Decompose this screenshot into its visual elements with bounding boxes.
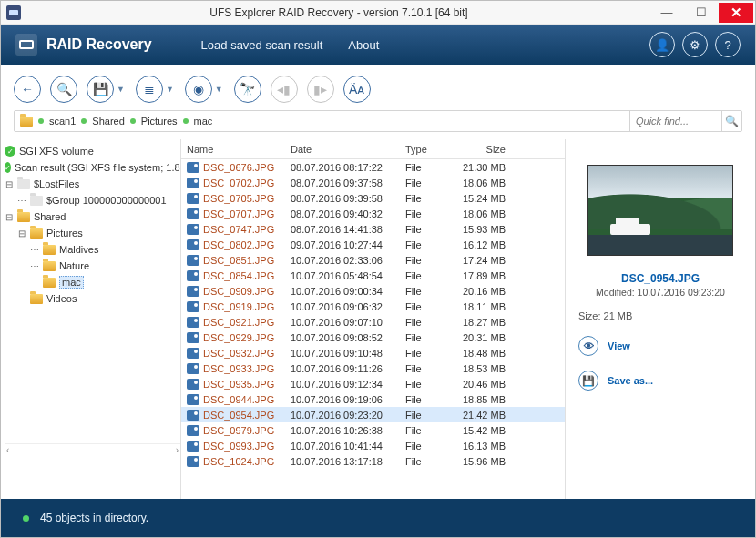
- file-row[interactable]: DSC_0851.JPG10.07.2016 02:33:06File17.24…: [181, 252, 565, 268]
- preview-thumbnail[interactable]: [587, 165, 733, 256]
- find-next-button[interactable]: ▮▸: [307, 76, 334, 103]
- case-toggle-button[interactable]: Äᴀ: [343, 76, 371, 103]
- file-row[interactable]: DSC_0933.JPG10.07.2016 09:11:26File18.53…: [181, 360, 565, 376]
- tree-scan-result[interactable]: ✓ Scan result (SGI XFS file system; 1.85…: [5, 159, 180, 176]
- file-row[interactable]: DSC_0944.JPG10.07.2016 09:19:06File18.85…: [181, 391, 565, 407]
- file-size: 17.24 MB: [460, 255, 513, 266]
- image-file-icon: [187, 162, 199, 173]
- file-date: 10.07.2016 09:07:10: [291, 317, 405, 328]
- breadcrumb-item[interactable]: Shared: [92, 116, 124, 127]
- tree-pictures[interactable]: ⊟ Pictures: [5, 225, 180, 241]
- file-row[interactable]: DSC_1024.JPG10.07.2016 13:17:18File15.96…: [181, 453, 565, 469]
- tree-maldives[interactable]: ⋯ Maldives: [5, 241, 180, 258]
- file-type: File: [405, 208, 460, 219]
- quick-find-button[interactable]: 🔍: [721, 111, 741, 131]
- save-icon: 💾: [578, 371, 598, 391]
- file-row[interactable]: DSC_0993.JPG10.07.2016 10:41:44File16.13…: [181, 438, 565, 453]
- gear-icon[interactable]: ⚙: [682, 32, 708, 57]
- column-size[interactable]: Size: [460, 144, 513, 155]
- titlebar: UFS Explorer RAID Recovery - version 7.1…: [1, 1, 755, 25]
- file-row[interactable]: DSC_0929.JPG10.07.2016 09:08:52File20.31…: [181, 330, 565, 345]
- image-file-icon: [187, 425, 199, 436]
- file-row[interactable]: DSC_0676.JPG08.07.2016 08:17:22File21.30…: [181, 159, 565, 175]
- tree-shared[interactable]: ⊟ Shared: [5, 208, 180, 225]
- file-row[interactable]: DSC_0921.JPG10.07.2016 09:07:10File18.27…: [181, 314, 565, 330]
- back-button[interactable]: ←: [14, 76, 41, 103]
- zoom-button[interactable]: 🔍: [50, 76, 77, 103]
- folder-icon: [30, 294, 43, 304]
- file-name: DSC_0954.JPG: [203, 410, 291, 421]
- minimize-button[interactable]: —: [649, 3, 684, 23]
- tree-lostfiles[interactable]: ⊟ $LostFiles: [5, 176, 180, 192]
- file-name: DSC_0993.JPG: [203, 441, 291, 452]
- close-button[interactable]: ✕: [719, 3, 753, 23]
- file-row[interactable]: DSC_0707.JPG08.07.2016 09:40:32File18.06…: [181, 206, 565, 221]
- file-size: 18.53 MB: [460, 363, 513, 374]
- save-dropdown-caret[interactable]: ▼: [115, 85, 127, 94]
- file-row[interactable]: DSC_0802.JPG09.07.2016 10:27:44File16.12…: [181, 237, 565, 252]
- file-name: DSC_0702.JPG: [203, 178, 291, 188]
- column-date[interactable]: Date: [291, 144, 405, 155]
- file-name: DSC_0933.JPG: [203, 363, 291, 374]
- file-row[interactable]: DSC_0705.JPG08.07.2016 09:39:58File15.24…: [181, 190, 565, 206]
- find-button[interactable]: 🔭: [234, 76, 261, 103]
- user-icon[interactable]: 👤: [649, 32, 675, 57]
- file-type: File: [405, 301, 460, 312]
- breadcrumb[interactable]: scan1 Shared Pictures mac: [15, 116, 629, 127]
- collapse-icon[interactable]: ⊟: [5, 212, 14, 222]
- file-size: 16.12 MB: [460, 239, 513, 250]
- image-file-icon: [187, 208, 199, 219]
- scroll-left-icon[interactable]: ‹: [6, 445, 9, 455]
- image-file-icon: [187, 363, 199, 374]
- file-size: 20.46 MB: [460, 379, 513, 390]
- menu-about[interactable]: About: [335, 33, 392, 57]
- file-row[interactable]: DSC_0909.JPG10.07.2016 09:00:34File20.16…: [181, 283, 565, 299]
- preview-view-button[interactable]: 👁 View: [578, 336, 742, 356]
- view-mode-button[interactable]: ≣: [136, 76, 163, 103]
- file-row[interactable]: DSC_0747.JPG08.07.2016 14:41:38File15.93…: [181, 221, 565, 237]
- tree-group[interactable]: ⋯ $Group 100000000000001: [5, 192, 180, 208]
- history-button[interactable]: ◉: [185, 76, 212, 103]
- file-row[interactable]: DSC_0919.JPG10.07.2016 09:06:32File18.11…: [181, 299, 565, 314]
- save-results-button[interactable]: 💾: [87, 76, 114, 103]
- file-date: 08.07.2016 09:39:58: [291, 193, 405, 204]
- column-type[interactable]: Type: [405, 144, 460, 155]
- file-row[interactable]: DSC_0854.JPG10.07.2016 05:48:54File17.89…: [181, 268, 565, 283]
- file-row[interactable]: DSC_0979.JPG10.07.2016 10:26:38File15.42…: [181, 422, 565, 438]
- tree-nature[interactable]: ⋯ Nature: [5, 258, 180, 274]
- file-row[interactable]: DSC_0935.JPG10.07.2016 09:12:34File20.46…: [181, 376, 565, 391]
- breadcrumb-item[interactable]: Pictures: [141, 116, 178, 127]
- image-file-icon: [187, 441, 199, 452]
- eye-icon: 👁: [578, 336, 598, 356]
- file-size: 15.96 MB: [460, 456, 513, 467]
- file-name: DSC_1024.JPG: [203, 456, 291, 467]
- tree-mac[interactable]: mac: [5, 274, 180, 290]
- column-name[interactable]: Name: [181, 144, 291, 155]
- file-type: File: [405, 441, 460, 452]
- maximize-button[interactable]: ☐: [684, 3, 719, 23]
- file-name: DSC_0921.JPG: [203, 317, 291, 328]
- file-row[interactable]: DSC_0954.JPG10.07.2016 09:23:20File21.42…: [181, 407, 565, 422]
- find-prev-button[interactable]: ◂▮: [271, 76, 298, 103]
- quick-find-input[interactable]: [630, 111, 721, 131]
- collapse-icon[interactable]: ⊟: [17, 228, 26, 239]
- file-rows[interactable]: DSC_0676.JPG08.07.2016 08:17:22File21.30…: [181, 159, 565, 499]
- view-dropdown-caret[interactable]: ▼: [164, 85, 176, 94]
- file-size: 17.89 MB: [460, 270, 513, 281]
- file-name: DSC_0676.JPG: [203, 162, 291, 173]
- help-icon[interactable]: ?: [715, 32, 741, 57]
- tree-videos[interactable]: ⋯ Videos: [5, 290, 180, 307]
- preview-save-button[interactable]: 💾 Save as...: [578, 371, 742, 391]
- collapse-icon[interactable]: ⊟: [5, 179, 14, 189]
- file-size: 21.30 MB: [460, 162, 513, 173]
- tree-volume[interactable]: ✓ SGI XFS volume: [5, 143, 180, 159]
- breadcrumb-item[interactable]: mac: [194, 116, 213, 127]
- tree-hscrollbar[interactable]: ‹›: [5, 443, 180, 456]
- scroll-right-icon[interactable]: ›: [176, 445, 179, 455]
- history-dropdown-caret[interactable]: ▼: [213, 85, 225, 94]
- file-row[interactable]: DSC_0932.JPG10.07.2016 09:10:48File18.48…: [181, 345, 565, 360]
- menu-load-saved[interactable]: Load saved scan result: [189, 33, 336, 57]
- breadcrumb-item[interactable]: scan1: [49, 116, 76, 127]
- app-icon: [6, 5, 21, 20]
- file-row[interactable]: DSC_0702.JPG08.07.2016 09:37:58File18.06…: [181, 175, 565, 190]
